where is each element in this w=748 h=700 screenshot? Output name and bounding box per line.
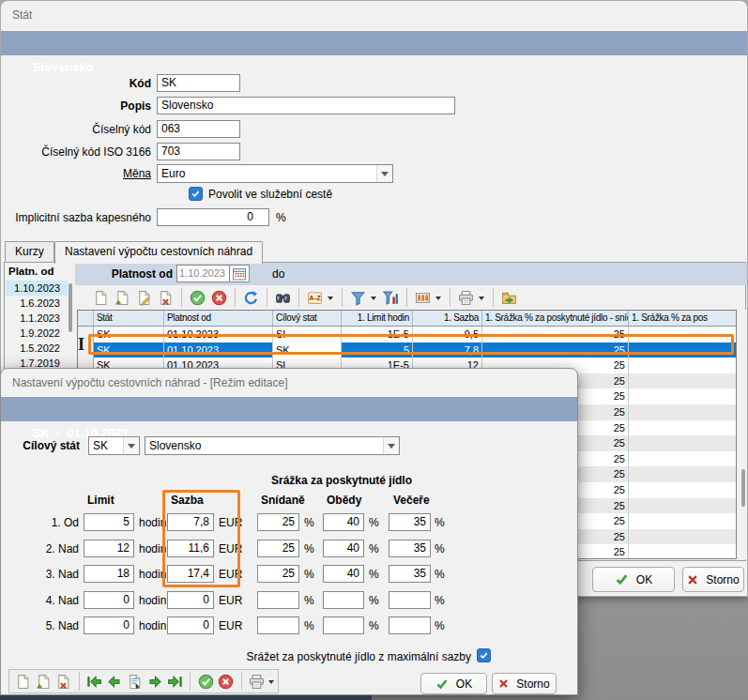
delete-record-icon[interactable] [156, 288, 176, 308]
obedy-input[interactable] [323, 591, 364, 609]
obedy-input[interactable]: 40 [323, 540, 364, 557]
grid-scrollbar-thumb[interactable] [741, 469, 745, 507]
date-list-item[interactable]: 1.1.2023 [6, 311, 68, 326]
copy-record-icon[interactable] [113, 288, 132, 308]
vecere-input[interactable]: 35 [389, 565, 431, 583]
mena-label[interactable]: Měna [10, 167, 151, 180]
cancel-icon[interactable] [217, 672, 236, 692]
accept-icon[interactable] [196, 672, 215, 692]
obedy-input[interactable]: 40 [323, 565, 364, 583]
dropdown-arrow-icon[interactable] [371, 297, 376, 303]
grid-column-header[interactable]: Cílový stat [273, 311, 342, 326]
limit-input[interactable]: 18 [84, 565, 134, 583]
limit-input[interactable]: 0 [84, 616, 134, 634]
filter-date-input[interactable]: 1.10.2023 [176, 265, 230, 282]
accept-icon[interactable] [188, 288, 207, 308]
date-list-scrollbar[interactable] [69, 283, 72, 332]
stat-window-titlebar[interactable]: Stát [1, 1, 747, 29]
sort-az-icon[interactable]: A-Z [305, 288, 325, 308]
calendar-icon[interactable] [229, 265, 250, 282]
sazba-input[interactable]: 11,6 [167, 540, 214, 557]
limit-input[interactable]: 5 [84, 513, 134, 531]
filter-columns-icon[interactable] [381, 288, 401, 308]
sazba-input[interactable]: 0 [167, 616, 214, 634]
cilovy-name-dropdown-button[interactable] [383, 437, 399, 454]
search-icon[interactable] [273, 288, 293, 308]
grid-column-header[interactable]: 1. Srážka % za pos [629, 311, 737, 326]
kod-field[interactable]: SK [157, 74, 240, 92]
nav-prev-icon[interactable] [105, 672, 124, 692]
dropdown-arrow-icon[interactable] [435, 297, 441, 303]
grid-column-header[interactable]: 1. Limit hodin [342, 311, 413, 326]
vecere-input[interactable] [389, 591, 431, 609]
mena-dropdown-button[interactable] [376, 165, 392, 182]
snidane-input[interactable] [257, 616, 299, 634]
grid-cell: 5 [342, 342, 413, 358]
povolit-checkbox[interactable] [189, 187, 203, 201]
cilovy-stat-name-combobox[interactable]: Slovensko [145, 436, 400, 455]
cancel-icon[interactable] [209, 288, 229, 308]
limit-input[interactable]: 0 [84, 591, 134, 609]
snidane-input[interactable] [257, 591, 299, 609]
grid-column-header[interactable]: Platnost od [164, 311, 273, 326]
snidane-input[interactable]: 25 [257, 540, 299, 557]
obedy-input[interactable]: 40 [323, 513, 364, 531]
date-list-item[interactable]: 1.6.2023 [6, 296, 68, 311]
snidane-input[interactable]: 25 [257, 513, 299, 531]
refresh-icon[interactable] [241, 288, 261, 308]
vecere-input[interactable]: 35 [389, 513, 431, 531]
nav-first-icon[interactable] [85, 672, 104, 692]
export-icon[interactable] [499, 288, 519, 308]
limit-column-header: Limit [87, 494, 114, 507]
date-list-item[interactable]: 1.5.2022 [6, 341, 68, 356]
sazba-input[interactable]: 0 [167, 591, 214, 609]
new-record-icon[interactable] [14, 672, 33, 692]
limit-input[interactable]: 12 [84, 540, 134, 557]
date-list-item[interactable]: 1.10.2023 [6, 281, 68, 296]
print-icon[interactable] [247, 672, 266, 692]
delete-record-icon[interactable] [54, 672, 73, 692]
popis-field[interactable]: Slovensko [157, 97, 455, 114]
columns-icon[interactable] [413, 288, 433, 308]
snidane-input[interactable]: 25 [257, 565, 299, 583]
filter-icon[interactable] [348, 288, 368, 308]
dialog-storno-button[interactable]: Storno [492, 673, 557, 694]
obedy-input[interactable] [323, 616, 364, 634]
main-ok-button[interactable]: OK [592, 567, 675, 592]
grid-row[interactable]: SK01.10.2023SI1E-59,525 [78, 327, 736, 342]
nav-last-icon[interactable] [166, 672, 185, 692]
kapesne-field[interactable]: 0 [157, 208, 269, 226]
edit-record-icon[interactable] [134, 288, 154, 308]
main-storno-button[interactable]: Storno [682, 567, 744, 592]
copy-record-icon[interactable] [35, 672, 53, 692]
tab-kurzy[interactable]: Kurzy [5, 241, 54, 262]
date-list-item[interactable]: 1.9.2022 [6, 326, 68, 341]
record-list-icon[interactable] [126, 672, 145, 692]
new-record-icon[interactable] [91, 288, 111, 308]
edit-dialog-titlebar[interactable]: Nastavení výpočtu cestovních náhrad - [R… [1, 369, 577, 397]
vecere-input[interactable] [389, 616, 431, 634]
tab-nastaveni-nahrad[interactable]: Nastavení výpočtu cestovních náhrad [54, 241, 263, 264]
iso-kod-field[interactable]: 703 [157, 143, 240, 160]
sazba-input[interactable]: 7,8 [167, 513, 214, 531]
cilovy-code-dropdown-button[interactable] [123, 437, 139, 454]
grid-scrollbar[interactable] [740, 310, 747, 559]
grid-column-header[interactable]: Stát [94, 311, 164, 326]
ciselny-kod-field[interactable]: 063 [157, 120, 240, 138]
srazet-checkbox[interactable] [477, 648, 491, 662]
mena-combobox[interactable]: Euro [157, 164, 393, 183]
grid-row[interactable]: SK01.10.2023SK57,825 [78, 342, 736, 358]
grid-column-header[interactable]: 1. Srážka % za poskytnuté jídlo - snídan… [482, 311, 629, 326]
nav-next-icon[interactable] [145, 672, 164, 692]
grid-header-row: StátPlatnost odCílový stat1. Limit hodin… [78, 311, 736, 327]
dropdown-arrow-icon[interactable] [479, 297, 484, 303]
cilovy-stat-code-combobox[interactable]: SK [88, 436, 140, 455]
print-icon[interactable] [456, 288, 476, 308]
dropdown-arrow-icon[interactable] [328, 297, 333, 303]
vecere-input[interactable]: 35 [389, 540, 431, 557]
sazba-input[interactable]: 17,4 [167, 565, 214, 583]
record-header: Slovensko [1, 31, 747, 55]
grid-column-header[interactable]: 1. Sazba [413, 311, 482, 326]
dropdown-arrow-icon[interactable] [268, 680, 274, 687]
dialog-ok-button[interactable]: OK [420, 673, 487, 694]
